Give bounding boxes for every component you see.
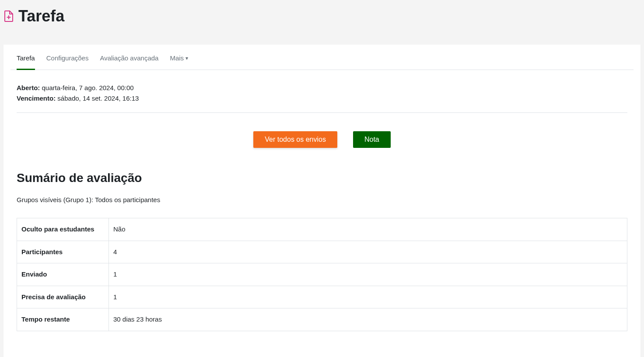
row-label: Participantes (17, 241, 109, 263)
view-all-submissions-button[interactable]: Ver todos os envios (253, 131, 337, 148)
row-label: Tempo restante (17, 308, 109, 331)
table-row: Enviado 1 (17, 263, 627, 286)
grading-summary-table: Oculto para estudantes Não Participantes… (17, 218, 627, 331)
page-header: Tarefa (0, 0, 644, 45)
open-date: Aberto: quarta-feira, 7 ago. 2024, 00:00 (17, 83, 627, 93)
tab-configuracoes[interactable]: Configurações (46, 53, 89, 70)
tab-label: Configurações (46, 53, 89, 63)
action-buttons: Ver todos os envios Nota (17, 113, 627, 152)
open-date-value: quarta-feira, 7 ago. 2024, 00:00 (42, 84, 134, 91)
tab-label: Avaliação avançada (100, 53, 158, 63)
row-value: 4 (109, 241, 627, 263)
page-title: Tarefa (18, 4, 64, 28)
visible-groups-text: Grupos visíveis (Grupo 1): Todos os part… (17, 195, 627, 205)
assignment-icon (4, 10, 14, 22)
chevron-down-icon: ▾ (186, 54, 188, 62)
main-card: Tarefa Configurações Avaliação avançada … (4, 45, 640, 357)
tab-label: Tarefa (17, 53, 35, 63)
table-row: Oculto para estudantes Não (17, 218, 627, 241)
table-row: Participantes 4 (17, 241, 627, 263)
row-value: 1 (109, 286, 627, 308)
table-row: Precisa de avaliação 1 (17, 286, 627, 308)
activity-dates: Aberto: quarta-feira, 7 ago. 2024, 00:00… (17, 70, 627, 113)
row-label: Enviado (17, 263, 109, 286)
tab-tarefa[interactable]: Tarefa (17, 53, 35, 70)
row-value: 1 (109, 263, 627, 286)
grade-button[interactable]: Nota (353, 131, 391, 148)
tabs-nav: Tarefa Configurações Avaliação avançada … (10, 45, 634, 70)
table-row: Tempo restante 30 dias 23 horas (17, 308, 627, 331)
open-date-label: Aberto: (17, 84, 40, 91)
row-value: Não (109, 218, 627, 241)
due-date-label: Vencimento: (17, 94, 56, 102)
due-date: Vencimento: sábado, 14 set. 2024, 16:13 (17, 94, 627, 104)
row-label: Precisa de avaliação (17, 286, 109, 308)
tab-avaliacao-avancada[interactable]: Avaliação avançada (100, 53, 158, 70)
row-value: 30 dias 23 horas (109, 308, 627, 331)
due-date-value: sábado, 14 set. 2024, 16:13 (57, 94, 139, 102)
tab-label: Mais (170, 53, 184, 63)
tab-mais[interactable]: Mais ▾ (170, 53, 188, 70)
grading-summary-heading: Sumário de avaliação (17, 169, 627, 187)
row-label: Oculto para estudantes (17, 218, 109, 241)
